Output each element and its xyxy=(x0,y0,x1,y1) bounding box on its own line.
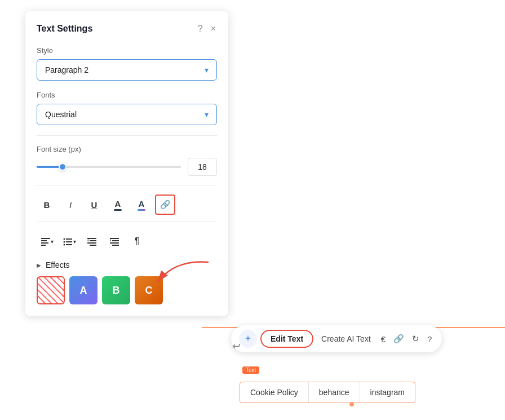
style-dropdown[interactable]: Paragraph 2 ▾ xyxy=(37,59,217,81)
svg-rect-15 xyxy=(110,238,119,239)
toolbar-extra-icons: € 🔗 ↻ ? xyxy=(379,331,435,346)
svg-rect-18 xyxy=(112,245,119,246)
text-highlight-button[interactable]: A xyxy=(131,194,152,215)
highlight-dot xyxy=(138,209,145,211)
svg-point-6 xyxy=(63,241,65,243)
font-size-slider[interactable] xyxy=(37,166,181,168)
panel-header-icons: ? × xyxy=(197,23,217,35)
svg-rect-17 xyxy=(110,242,119,244)
rotate-icon-button[interactable]: ↻ xyxy=(410,331,422,346)
effect-b[interactable]: B xyxy=(102,276,130,304)
slider-thumb xyxy=(59,163,67,171)
create-ai-text-button[interactable]: Create AI Text xyxy=(317,331,375,347)
fonts-label: Fonts xyxy=(37,91,217,99)
sparkle-button[interactable] xyxy=(239,330,257,348)
align-left-icon xyxy=(41,236,51,246)
svg-rect-12 xyxy=(87,242,96,244)
paragraph-icon: ¶ xyxy=(135,236,140,246)
font-size-section: Font size (px) xyxy=(37,145,217,176)
fonts-dropdown[interactable]: Questrial ▾ xyxy=(37,104,217,125)
chevron-down-icon: ▾ xyxy=(205,65,209,74)
svg-rect-16 xyxy=(112,240,119,241)
decrease-indent-button[interactable] xyxy=(82,231,102,251)
footer-anchor-dot xyxy=(349,402,354,406)
text-type-badge: Text xyxy=(242,366,259,374)
close-button[interactable]: × xyxy=(210,23,217,35)
svg-marker-14 xyxy=(87,239,88,241)
panel-title: Text Settings xyxy=(37,24,92,34)
effect-none[interactable] xyxy=(37,276,65,304)
list-icon xyxy=(63,236,73,246)
panel-header: Text Settings ? × xyxy=(37,23,217,35)
svg-rect-5 xyxy=(66,238,72,240)
effects-header[interactable]: ▶ Effects xyxy=(37,260,217,269)
increase-indent-button[interactable] xyxy=(104,231,125,251)
svg-rect-11 xyxy=(90,240,96,241)
svg-rect-7 xyxy=(66,241,72,242)
link2-icon-button[interactable]: 🔗 xyxy=(391,331,406,346)
effect-c[interactable]: C xyxy=(135,276,163,304)
font-size-label: Font size (px) xyxy=(37,145,217,153)
svg-rect-13 xyxy=(90,245,96,246)
text-color-button[interactable]: A xyxy=(108,194,128,215)
text-settings-panel: Text Settings ? × Style Paragraph 2 ▾ Fo… xyxy=(25,11,228,316)
paragraph-button[interactable]: ¶ xyxy=(127,231,147,251)
effects-arrow-icon: ▶ xyxy=(37,262,41,268)
effects-label: Effects xyxy=(46,260,70,269)
svg-rect-2 xyxy=(41,242,48,244)
help2-button[interactable]: ? xyxy=(425,332,434,346)
link-button[interactable]: 🔗 xyxy=(155,194,175,215)
help-button[interactable]: ? xyxy=(197,23,204,35)
svg-point-4 xyxy=(63,238,65,240)
list-button[interactable]: ▾ xyxy=(59,231,79,251)
increase-indent-icon xyxy=(109,236,119,246)
list-chevron: ▾ xyxy=(73,238,76,245)
sparkle-icon xyxy=(243,334,252,343)
svg-rect-3 xyxy=(41,245,46,246)
effect-a[interactable]: A xyxy=(69,276,98,304)
effects-preview: A B C xyxy=(37,276,217,304)
style-label: Style xyxy=(37,46,217,55)
undo-button[interactable]: ↩ xyxy=(232,340,241,352)
align-left-button[interactable]: ▾ xyxy=(37,231,57,251)
font-size-row xyxy=(37,158,217,176)
formatting-toolbar: B I U A A 🔗 xyxy=(37,194,217,222)
currency-icon-button[interactable]: € xyxy=(379,332,388,346)
align-chevron: ▾ xyxy=(51,238,54,245)
divider-2 xyxy=(37,185,217,185)
edit-text-button[interactable]: Edit Text xyxy=(260,330,313,348)
footer-nav-instagram[interactable]: instagram xyxy=(360,382,415,403)
bottom-toolbar: Edit Text Create AI Text € 🔗 ↻ ? xyxy=(231,325,442,352)
alignment-toolbar: ▾ ▾ xyxy=(37,231,217,251)
decrease-indent-icon xyxy=(87,236,97,246)
footer-navigation: Cookie Policy behance instagram xyxy=(240,382,415,403)
chevron-down-icon-fonts: ▾ xyxy=(205,110,209,119)
underline-button[interactable]: U xyxy=(84,194,104,215)
font-size-input[interactable] xyxy=(188,158,217,176)
footer-nav-behance[interactable]: behance xyxy=(309,382,360,403)
color-dot xyxy=(114,209,122,211)
divider-1 xyxy=(37,135,217,136)
italic-button[interactable]: I xyxy=(60,194,81,215)
svg-rect-1 xyxy=(41,240,47,241)
svg-rect-10 xyxy=(87,238,96,239)
svg-rect-0 xyxy=(41,238,50,239)
font-value: Questrial xyxy=(45,110,77,119)
style-value: Paragraph 2 xyxy=(45,65,88,74)
footer-nav-cookie-policy[interactable]: Cookie Policy xyxy=(240,382,309,403)
text-highlight-icon: A xyxy=(138,199,145,211)
svg-point-8 xyxy=(63,244,65,246)
effects-section: ▶ Effects A B C xyxy=(37,260,217,304)
svg-rect-9 xyxy=(66,244,72,245)
bold-button[interactable]: B xyxy=(37,194,57,215)
svg-marker-19 xyxy=(110,239,111,241)
text-color-icon: A xyxy=(114,199,122,211)
